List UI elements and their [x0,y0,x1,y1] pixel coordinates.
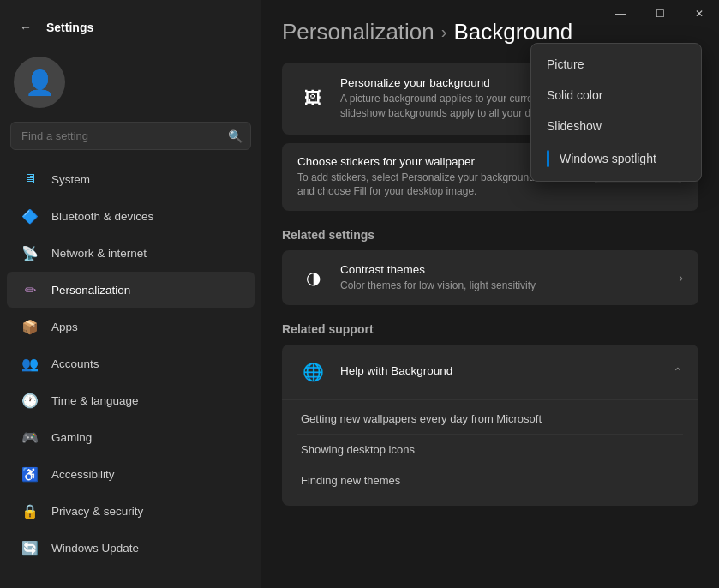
personalize-icon: 🖼 [297,83,328,114]
help-icon: 🌐 [297,357,328,387]
sidebar-item-label: Network & internet [51,247,147,260]
sidebar-item-network[interactable]: 📡 Network & internet [7,235,255,271]
chevron-right-icon: › [679,271,683,285]
sidebar-item-label: Accounts [51,357,99,370]
chevron-up-icon: ⌃ [673,365,683,379]
personalization-icon: ✏ [21,280,39,299]
dropdown-item-windows-spotlight[interactable]: Windows spotlight [531,141,701,176]
search-container: 🔍 [10,122,251,150]
avatar: 👤 [14,57,65,108]
search-input[interactable] [10,122,251,150]
dropdown-item-slideshow[interactable]: Slideshow [531,111,701,141]
contrast-themes-card[interactable]: ◑ Contrast themes Color themes for low v… [282,250,698,305]
sidebar-item-label: Apps [51,321,78,333]
dropdown-menu: PictureSolid colorSlideshowWindows spotl… [530,43,702,182]
apps-icon: 📦 [21,317,39,336]
sidebar: ← Settings 👤 🔍 🖥 System 🔷 Bluetooth & de… [0,0,261,588]
breadcrumb: Personalization [282,19,434,45]
bluetooth-icon: 🔷 [21,207,39,225]
help-link[interactable]: Showing desktop icons [297,435,683,465]
sidebar-item-label: Privacy & security [51,505,143,518]
maximize-button[interactable]: ☐ [640,0,680,27]
sidebar-item-time[interactable]: 🕐 Time & language [7,382,255,418]
network-icon: 📡 [21,243,39,262]
help-link[interactable]: Finding new themes [297,465,683,495]
sidebar-item-accounts[interactable]: 👥 Accounts [7,345,255,381]
sidebar-item-label: Bluetooth & devices [51,210,153,223]
contrast-icon: ◑ [297,262,328,293]
related-support-title: Related support [282,322,698,336]
sidebar-item-label: Personalization [51,284,130,297]
sidebar-item-privacy[interactable]: 🔒 Privacy & security [7,493,255,529]
help-links: Getting new wallpapers every day from Mi… [282,399,698,506]
sidebar-header: ← Settings [0,9,261,50]
minimize-button[interactable]: — [601,0,640,27]
sidebar-title: Settings [46,21,93,34]
sidebar-item-gaming[interactable]: 🎮 Gaming [7,419,255,455]
breadcrumb-separator: › [441,22,447,42]
avatar-icon: 👤 [25,69,55,97]
sidebar-item-label: Accessibility [51,468,115,481]
search-icon: 🔍 [228,129,243,143]
gaming-icon: 🎮 [21,428,39,447]
sidebar-item-apps[interactable]: 📦 Apps [7,309,255,345]
help-link[interactable]: Getting new wallpapers every day from Mi… [297,404,683,435]
sidebar-item-accessibility[interactable]: ♿ Accessibility [7,456,255,492]
help-title: Help with Background [340,364,452,377]
accessibility-icon: ♿ [21,465,39,483]
sidebar-item-system[interactable]: 🖥 System [7,161,255,197]
contrast-desc: Color themes for low vision, light sensi… [340,279,667,293]
sidebar-item-update[interactable]: 🔄 Windows Update [7,530,255,566]
contrast-title: Contrast themes [340,263,667,276]
close-button[interactable]: ✕ [680,0,719,27]
nav-list: 🖥 System 🔷 Bluetooth & devices 📡 Network… [0,160,261,567]
privacy-icon: 🔒 [21,501,39,520]
help-header[interactable]: 🌐 Help with Background ⌃ [282,345,698,399]
help-section: 🌐 Help with Background ⌃ Getting new wal… [282,345,698,506]
contrast-text: Contrast themes Color themes for low vis… [340,263,667,293]
sidebar-item-label: Gaming [51,431,92,444]
titlebar: — ☐ ✕ [601,0,719,27]
update-icon: 🔄 [21,538,39,557]
dropdown-item-picture[interactable]: Picture [531,49,701,80]
sidebar-item-bluetooth[interactable]: 🔷 Bluetooth & devices [7,198,255,234]
sidebar-item-label: Windows Update [51,542,139,555]
back-button[interactable]: ← [14,15,38,39]
page-title: Background [453,19,572,45]
sidebar-item-label: System [51,173,90,186]
related-settings-title: Related settings [282,228,698,242]
system-icon: 🖥 [21,170,39,189]
accounts-icon: 👥 [21,354,39,373]
sidebar-item-personalization[interactable]: ✏ Personalization [7,272,255,308]
sidebar-item-label: Time & language [51,394,139,407]
time-icon: 🕐 [21,391,39,410]
dropdown-item-solid-color[interactable]: Solid color [531,80,701,111]
